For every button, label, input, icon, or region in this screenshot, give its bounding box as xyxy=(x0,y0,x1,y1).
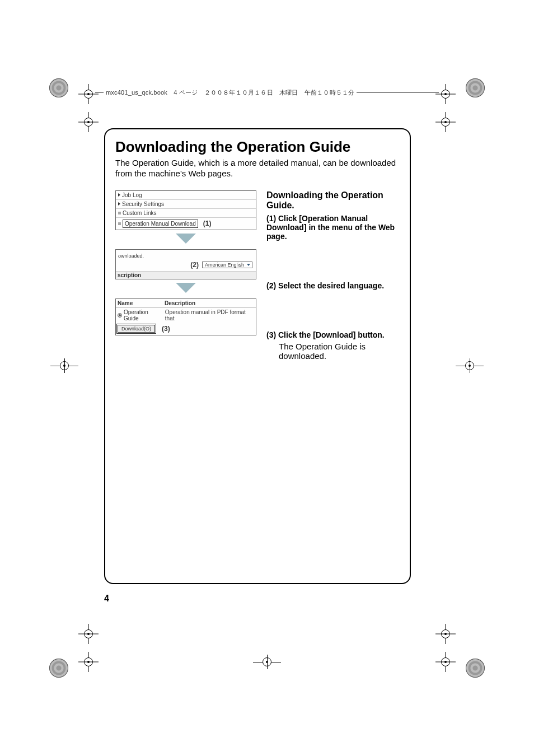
table-header: Name Description xyxy=(116,299,256,308)
radio-icon xyxy=(118,313,122,318)
chevron-right-icon xyxy=(118,202,120,206)
instructions-column: Downloading the Operation Guide. (1) Cli… xyxy=(266,190,400,361)
registration-mark-icon xyxy=(435,112,456,132)
page-number: 4 xyxy=(104,594,109,604)
corner-disc-icon xyxy=(466,78,485,97)
web-menu-panel: Job Log Security Settings Custom Links O… xyxy=(115,190,256,230)
callout-marker-2: (2) xyxy=(190,261,199,269)
step-1: (1) Click [Operation Manual Download] in… xyxy=(266,214,400,241)
language-select[interactable]: American English xyxy=(202,262,252,268)
registration-mark-icon xyxy=(435,624,456,644)
language-panel: ownloaded. (2) American English scriptio… xyxy=(115,249,256,279)
menu-label: Custom Links xyxy=(123,210,157,216)
column-header-description: Description xyxy=(165,300,195,306)
registration-mark-icon xyxy=(456,358,484,373)
down-arrow-icon xyxy=(176,283,196,293)
registration-mark-icon xyxy=(78,112,99,132)
down-arrow-icon xyxy=(176,234,196,244)
step-3: (3) Click the [Download] button. xyxy=(266,330,400,339)
corner-disc-icon xyxy=(49,78,68,97)
registration-mark-icon xyxy=(78,652,99,672)
registration-mark-icon xyxy=(78,84,99,104)
square-bullet-icon xyxy=(118,222,121,225)
registration-mark-icon xyxy=(435,84,456,104)
table-row[interactable]: Operation Guide Operation manual in PDF … xyxy=(116,308,256,323)
square-bullet-icon xyxy=(118,212,121,214)
menu-item-operation-manual-download[interactable]: Operation Manual Download (1) xyxy=(116,218,256,230)
content-frame: Downloading the Operation Guide The Oper… xyxy=(104,128,411,584)
header-note: mxc401_us_qck.book 4 ページ ２００８年１０月１６日 木曜日… xyxy=(104,88,357,97)
corner-disc-icon xyxy=(466,659,485,678)
callout-marker-3: (3) xyxy=(162,325,170,333)
callout-marker-1: (1) xyxy=(203,220,212,227)
menu-item-custom-links[interactable]: Custom Links xyxy=(116,209,256,218)
download-table-panel: Name Description Operation Guide Operati… xyxy=(115,298,256,335)
row-description: Operation manual in PDF format that xyxy=(165,309,254,321)
intro-paragraph: The Operation Guide, which is a more det… xyxy=(115,158,400,179)
screenshot-column: Job Log Security Settings Custom Links O… xyxy=(115,190,256,361)
registration-mark-icon xyxy=(78,624,99,644)
row-name: Operation Guide xyxy=(124,309,163,321)
menu-label: Job Log xyxy=(122,192,142,198)
corner-disc-icon xyxy=(49,659,68,678)
menu-item-job-log[interactable]: Job Log xyxy=(116,191,256,200)
menu-item-security-settings[interactable]: Security Settings xyxy=(116,200,256,209)
column-header-name: Name xyxy=(118,300,165,306)
partial-text: ownloaded. xyxy=(116,250,256,259)
registration-mark-icon xyxy=(50,358,78,373)
step-2: (2) Select the desired language. xyxy=(266,281,400,290)
language-select-value: American English xyxy=(205,262,244,268)
download-button[interactable]: Download(O) xyxy=(118,325,155,333)
menu-label: Security Settings xyxy=(122,201,164,207)
steps-heading: Downloading the Operation Guide. xyxy=(266,190,400,211)
partial-header: scription xyxy=(116,271,256,279)
step-3-body: The Operation Guide is downloaded. xyxy=(266,342,400,361)
highlighted-link: Operation Manual Download xyxy=(123,220,198,228)
registration-mark-icon xyxy=(435,652,456,672)
document-page: mxc401_us_qck.book 4 ページ ２００８年１０月１６日 木曜日… xyxy=(0,0,534,756)
chevron-right-icon xyxy=(118,193,120,197)
page-title: Downloading the Operation Guide xyxy=(115,138,400,156)
registration-mark-icon xyxy=(253,655,281,669)
